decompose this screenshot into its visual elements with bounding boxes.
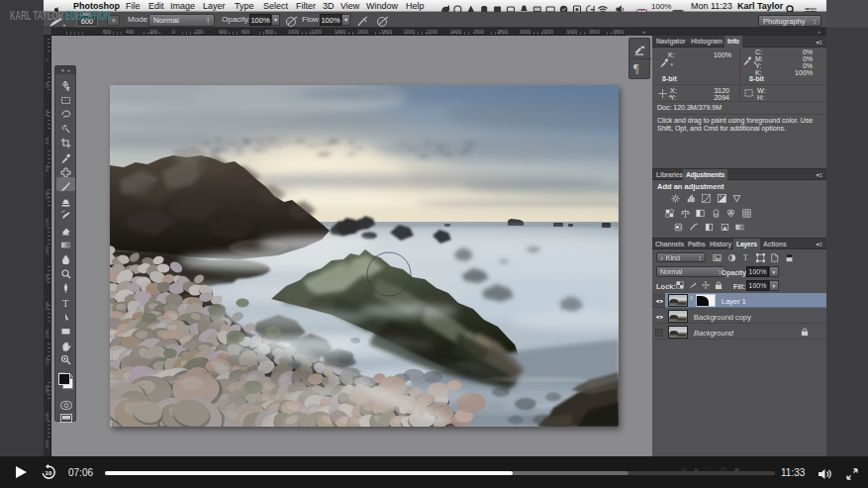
- svg-text:T: T: [743, 253, 748, 262]
- svg-text:T: T: [62, 298, 68, 309]
- svg-text:10: 10: [46, 470, 52, 476]
